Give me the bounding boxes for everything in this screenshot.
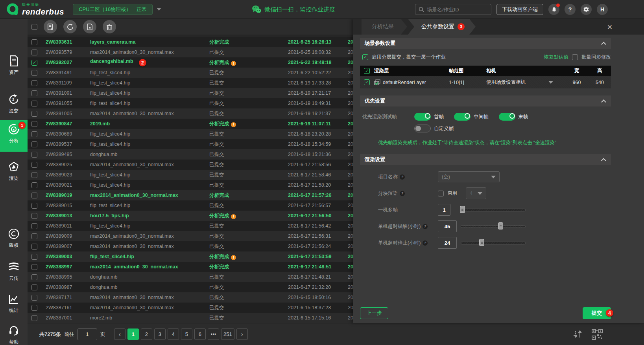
timeout-stop-input[interactable] [438, 237, 457, 249]
delete-button[interactable] [103, 20, 116, 33]
job-filename[interactable]: flip_test_slice4.hip [90, 182, 209, 188]
row-checkbox[interactable] [31, 172, 37, 178]
row-checkbox[interactable] [31, 213, 37, 219]
row-checkbox[interactable] [31, 182, 37, 188]
job-filename[interactable]: flip_test_slice4.hip [90, 70, 209, 75]
job-row[interactable]: 2W8391109flip_test_slice4.hip已提交2021-6-1… [28, 78, 353, 88]
submit-button[interactable]: 提交 4 [583, 307, 611, 319]
row-checkbox[interactable] [31, 50, 37, 55]
help-button[interactable]: ? [565, 4, 576, 15]
tab-analysis-results[interactable]: 分析结果 [362, 19, 407, 35]
row-checkbox[interactable] [31, 244, 37, 250]
sidebar-item-help[interactable]: 帮助 [0, 321, 28, 345]
job-row[interactable]: 2W8393579max2014_animation0_30_normal.ma… [28, 47, 353, 57]
layered-submit-checkbox[interactable]: ✓ [362, 54, 368, 60]
tab-public-params[interactable]: 公共参数设置 3 [408, 19, 476, 35]
job-row[interactable]: 2W8389011flip_test_slice4.hip已提交2021-6-1… [28, 221, 353, 231]
page-button-5[interactable]: 5 [181, 328, 192, 340]
job-filename[interactable]: max2014_animation0_30_normal.max [90, 50, 209, 55]
layer-camera-select[interactable]: 使用场景设置相机 [486, 79, 565, 86]
row-checkbox[interactable] [31, 193, 37, 198]
job-row[interactable]: 2W8387161max2014_animation0_30_normal.ma… [28, 303, 353, 313]
user-avatar[interactable]: H [597, 4, 608, 15]
project-name-select[interactable]: (空) [438, 171, 500, 182]
goto-page-input[interactable] [78, 328, 97, 340]
job-filename[interactable]: flip_test_slice4.hip [90, 80, 209, 86]
section-priority[interactable]: 优先设置 [360, 95, 611, 106]
job-filename[interactable]: layers_cameras.ma [90, 39, 209, 45]
job-row[interactable]: 2W8391491flip_test_slice4.hip已提交2021-6-2… [28, 68, 353, 78]
select-all-checkbox[interactable] [31, 24, 37, 30]
job-filename[interactable]: flip_test_slice4.hip [90, 131, 209, 137]
tile-enable-checkbox[interactable] [438, 191, 444, 196]
row-checkbox[interactable] [31, 101, 37, 106]
job-filename[interactable]: hou17.5_tips.hip [90, 213, 209, 218]
job-row[interactable]: 2W8389537flip_test_slice4.hip已提交2021-6-1… [28, 139, 353, 149]
toggle-middle-frame[interactable] [454, 113, 471, 121]
job-filename[interactable]: flip_test_slice4.hip [90, 223, 209, 229]
zone-caret-icon[interactable] [157, 8, 161, 11]
row-checkbox[interactable] [31, 264, 37, 270]
job-row[interactable]: 2W8391091flip_test_slice4.hip已提交2021-6-1… [28, 88, 353, 98]
multiframe-slider[interactable] [461, 206, 526, 214]
job-row[interactable]: 2W8393631layers_cameras.ma分析完成2021-6-25 … [28, 37, 353, 47]
timeout-remind-slider[interactable] [461, 222, 526, 230]
job-row[interactable]: 2W8389009max2014_animation0_30_normal.ma… [28, 231, 353, 241]
page-button-2[interactable]: 2 [141, 328, 152, 340]
job-filename[interactable]: max2014_animation0_30_normal.max [90, 233, 209, 239]
cancel-analysis-button[interactable] [83, 20, 96, 33]
job-filename[interactable]: max2014_animation0_30_normal.max [90, 162, 209, 167]
slider-thumb[interactable] [479, 239, 484, 246]
row-checkbox[interactable] [31, 254, 37, 260]
row-checkbox[interactable] [31, 203, 37, 209]
layer-select-all-checkbox[interactable]: ✓ [364, 68, 370, 74]
row-checkbox[interactable] [31, 111, 37, 117]
row-checkbox[interactable] [31, 274, 37, 280]
search-input[interactable] [427, 7, 486, 13]
section-render-settings[interactable]: 渲染设置 [360, 154, 611, 165]
job-row[interactable]: 2W8391005max2014_animation0_30_normal.ma… [28, 108, 353, 119]
row-checkbox[interactable] [31, 121, 37, 127]
job-row[interactable]: ✓2W8392027dancengshibai.mb2分析完成!2021-6-2… [28, 57, 353, 68]
job-filename[interactable]: flip_test_slice4.hip [90, 141, 209, 147]
row-checkbox[interactable] [31, 233, 37, 239]
job-filename[interactable]: max2014_animation0_30_normal.max [90, 244, 209, 249]
row-checkbox[interactable] [31, 131, 37, 137]
download-client-button[interactable]: 下载动画客户端 [496, 4, 543, 15]
job-row[interactable]: 2W8389023flip_test_slice4.hip已提交2021-6-1… [28, 170, 353, 180]
job-filename[interactable]: flip_test_slice4.hip [90, 203, 209, 208]
row-checkbox[interactable] [31, 90, 37, 96]
page-ellipsis-button[interactable]: ••• [208, 328, 219, 340]
job-row[interactable]: 2W8388997max2014_animation0_30_normal.ma… [28, 262, 353, 272]
job-row[interactable]: 2W8388987donghua.mb已提交2021-6-17 21:32:20… [28, 282, 353, 292]
toggle-custom-frame[interactable] [414, 125, 431, 132]
job-row[interactable]: 2W8387001more2.mb已提交2021-6-15 17:15:1620 [28, 313, 353, 323]
job-filename[interactable]: 2019.mb [90, 121, 209, 127]
job-filename[interactable]: donghua.mb [90, 284, 209, 290]
global-search[interactable] [415, 4, 491, 15]
job-row[interactable]: 2W8390689flip_test_slice4.hip已提交2021-6-1… [28, 129, 353, 139]
settings-button[interactable] [581, 4, 592, 15]
sidebar-item-assets[interactable]: 1 资产 [0, 52, 28, 76]
job-filename[interactable]: max2014_animation0_30_normal.max [90, 111, 209, 116]
job-filename[interactable]: dancengshibai.mb2 [90, 59, 209, 67]
job-row[interactable]: 2W8389003flip_test_slice4.hip分析完成!2021-6… [28, 251, 353, 262]
batch-sync-checkbox[interactable] [572, 54, 578, 60]
zone-selector-button[interactable]: CPU二区（16物理核） 正常 [73, 4, 153, 15]
sidebar-item-stats[interactable]: 统计 [0, 290, 28, 314]
job-filename[interactable]: max2014_animation0_30_normal.max [90, 193, 209, 198]
job-filename[interactable]: flip_test_slice4.hip [90, 172, 209, 178]
row-checkbox[interactable] [31, 223, 37, 229]
page-button-251[interactable]: 251 [221, 328, 234, 340]
slider-thumb[interactable] [498, 222, 503, 229]
previous-step-button[interactable]: 上一步 [360, 307, 388, 319]
row-checkbox[interactable] [31, 80, 37, 86]
reanalyze-button[interactable] [63, 20, 77, 33]
slider-thumb[interactable] [460, 206, 465, 213]
job-filename[interactable]: max2014_animation0_30_normal.max [90, 264, 209, 270]
row-checkbox[interactable] [31, 39, 37, 45]
layer-height[interactable]: 540 [589, 80, 611, 85]
job-row[interactable]: 2W8391055flip_test_slice4.hip已提交2021-6-1… [28, 98, 353, 108]
multiframe-input[interactable] [438, 204, 450, 216]
sidebar-item-cloud-transfer[interactable]: 云传 [0, 258, 28, 282]
